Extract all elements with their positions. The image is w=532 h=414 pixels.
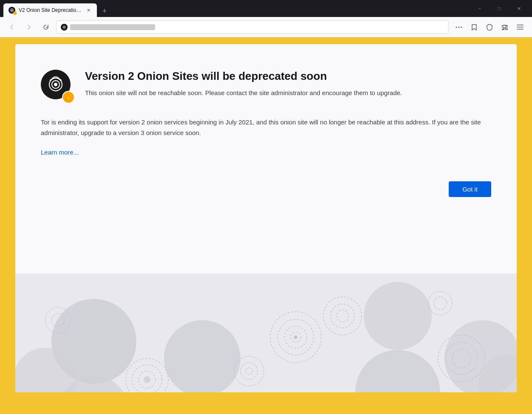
extensions-button[interactable] [498,20,512,34]
warning-card: ! Version 2 Onion Sites will be deprecat… [15,44,517,392]
svg-point-31 [144,376,150,383]
active-tab[interactable]: ! V2 Onion Site Deprecation Wa... ✕ [3,3,97,17]
close-button[interactable]: ✕ [509,0,529,17]
tab-bar: ! V2 Onion Site Deprecation Wa... ✕ + [3,0,467,17]
main-title: Version 2 Onion Sites will be deprecated… [85,70,491,83]
svg-rect-11 [517,29,524,30]
warning-badge: ! [62,91,75,104]
button-row: Got it [41,181,491,197]
window-controls: − □ ✕ [470,0,529,17]
svg-point-6 [456,26,457,28]
svg-rect-10 [517,27,524,28]
toolbar-icons [452,20,527,34]
got-it-button[interactable]: Got it [449,181,491,197]
decorative-section [15,273,517,392]
svg-point-2 [11,10,13,11]
tab-favicon: ! [8,7,15,14]
svg-point-5 [64,26,65,27]
maximize-button[interactable]: □ [490,0,509,17]
minimize-button[interactable]: − [470,0,490,17]
card-body: ! Version 2 Onion Sites will be deprecat… [15,44,517,273]
more-button[interactable] [452,20,466,34]
icon-wrapper: ! [41,70,75,104]
svg-point-23 [364,282,432,350]
new-tab-button[interactable]: + [99,5,110,17]
reload-button[interactable] [39,20,53,34]
address-favicon [61,24,68,31]
svg-point-15 [54,83,57,86]
learn-more-link[interactable]: Learn more... [41,149,79,156]
svg-point-36 [294,335,297,339]
menu-button[interactable] [513,20,527,34]
page-content: ! Version 2 Onion Sites will be deprecat… [0,37,532,414]
address-bar[interactable] [56,20,449,34]
navigation-bar [0,17,532,37]
svg-text:!: ! [68,96,69,100]
tab-title: V2 Onion Site Deprecation Wa... [19,7,82,13]
address-text [70,24,155,30]
tab-close-button[interactable]: ✕ [85,7,92,14]
title-bar: ! V2 Onion Site Deprecation Wa... ✕ + − … [0,0,532,17]
forward-button[interactable] [22,20,36,34]
svg-point-7 [458,26,460,28]
svg-rect-9 [517,25,524,25]
body-text: Tor is ending its support for version 2 … [41,117,491,138]
svg-point-8 [461,26,462,28]
subtitle-text: This onion site will not be reachable so… [85,88,491,98]
header-text: Version 2 Onion Sites will be deprecated… [85,70,491,98]
header-section: ! Version 2 Onion Sites will be deprecat… [41,70,491,104]
shield-button[interactable] [483,20,496,34]
bookmark-button[interactable] [467,20,481,34]
back-button[interactable] [5,20,19,34]
